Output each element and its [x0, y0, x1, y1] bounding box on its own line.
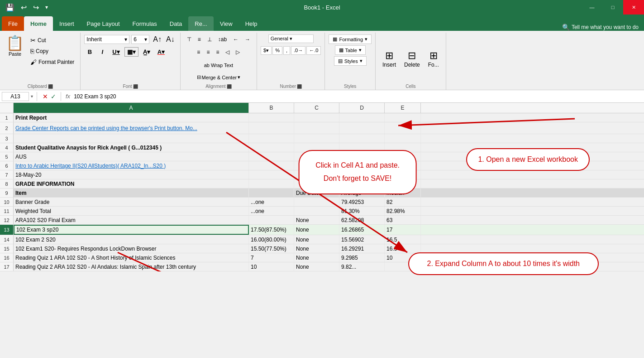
- cell-b14[interactable]: 16.00(80.00%): [249, 235, 294, 244]
- row-num-6[interactable]: 6: [0, 161, 14, 170]
- align-center-button[interactable]: ≡: [204, 47, 212, 57]
- cell-a1[interactable]: Print Report: [14, 113, 249, 122]
- cell-d12[interactable]: 62.58208: [339, 216, 385, 224]
- cell-a10[interactable]: Banner Grade: [14, 198, 249, 206]
- row-num-1[interactable]: 1: [0, 113, 14, 122]
- conditional-formatting-button[interactable]: ▦ Formatting ▾: [329, 34, 372, 44]
- shrink-font-button[interactable]: A↓: [164, 34, 177, 44]
- indent-button[interactable]: ▷: [233, 47, 243, 57]
- increase-decimal-button[interactable]: .0→: [291, 46, 305, 55]
- row-num-14[interactable]: 14: [0, 235, 14, 244]
- border-button[interactable]: ▦▾: [124, 47, 138, 57]
- cell-b17[interactable]: 10: [249, 262, 294, 271]
- row-num-15[interactable]: 15: [0, 244, 14, 253]
- cell-d14[interactable]: 15.56902: [339, 235, 385, 244]
- cell-b7[interactable]: [249, 170, 294, 179]
- cell-a14[interactable]: 102 Exam 2 S20: [14, 235, 249, 244]
- close-button[interactable]: ✕: [623, 0, 644, 15]
- tab-insert[interactable]: Insert: [53, 16, 81, 31]
- cell-a4[interactable]: Student Qualitative Anaysis for Rick Ang…: [14, 143, 249, 152]
- align-bottom-button[interactable]: ⊥: [205, 34, 215, 44]
- cell-a3[interactable]: [14, 134, 249, 143]
- font-color-button[interactable]: A▾: [155, 47, 167, 57]
- fill-color-button[interactable]: A̲▾: [140, 47, 153, 57]
- col-header-d[interactable]: D: [339, 103, 385, 113]
- cell-c1[interactable]: [294, 113, 339, 122]
- cell-b6[interactable]: [249, 161, 294, 170]
- cell-a5[interactable]: AUS: [14, 152, 249, 161]
- cell-e2[interactable]: [385, 122, 421, 134]
- tab-home[interactable]: Home: [24, 16, 53, 31]
- cell-b1[interactable]: [249, 113, 294, 122]
- row-num-3[interactable]: 3: [0, 134, 14, 143]
- col-header-b[interactable]: B: [249, 103, 294, 113]
- outdent-button[interactable]: ◁: [223, 47, 232, 57]
- align-left-button[interactable]: ≡: [194, 47, 203, 57]
- wrap-text-button[interactable]: ab Wrap Text: [201, 61, 236, 70]
- tab-page-layout[interactable]: Page Layout: [81, 16, 126, 31]
- name-box-arrow[interactable]: ▾: [31, 94, 33, 99]
- cell-e11[interactable]: 82.98%: [385, 207, 421, 215]
- more-icon[interactable]: ▾: [43, 3, 50, 11]
- cut-button[interactable]: ✂ Cut: [28, 35, 76, 45]
- cell-a17[interactable]: Reading Quiz 2 ARA 102 S20 - Al Andalus:…: [14, 262, 249, 271]
- clipboard-expand-icon[interactable]: ⬛: [48, 84, 53, 89]
- cell-c2[interactable]: [294, 122, 339, 134]
- save-icon[interactable]: 💾: [4, 2, 16, 13]
- maximize-button[interactable]: □: [602, 0, 623, 15]
- cell-c3[interactable]: [294, 134, 339, 143]
- cell-b4[interactable]: [249, 143, 294, 152]
- row-num-2[interactable]: 2: [0, 122, 14, 134]
- row-num-10[interactable]: 10: [0, 198, 14, 206]
- merge-center-button[interactable]: ⊟ Merge & Center ▾: [194, 73, 244, 82]
- cell-a9[interactable]: Item: [14, 189, 249, 197]
- cell-d11[interactable]: 81.30%: [339, 207, 385, 215]
- cell-c14[interactable]: None: [294, 235, 339, 244]
- italic-button[interactable]: I: [97, 47, 108, 57]
- align-middle-button[interactable]: ≡: [195, 34, 204, 44]
- cell-d10[interactable]: 79.49253: [339, 198, 385, 206]
- cell-e14[interactable]: 16.5: [385, 235, 421, 244]
- decrease-decimal-button[interactable]: ←.0: [306, 46, 321, 55]
- format-painter-button[interactable]: 🖌 Format Painter: [28, 57, 76, 67]
- cell-b15[interactable]: 15.50(77.50%): [249, 244, 294, 253]
- row-num-16[interactable]: 16: [0, 253, 14, 262]
- row-num-13[interactable]: 13: [0, 225, 14, 235]
- minimize-button[interactable]: —: [582, 0, 602, 15]
- col-header-a[interactable]: A: [14, 103, 249, 113]
- cell-a16[interactable]: Reading Quiz 1 ARA 102 S20 - A Short His…: [14, 253, 249, 262]
- cell-a13[interactable]: 102 Exam 3 sp20: [14, 225, 249, 235]
- cell-e12[interactable]: 63: [385, 216, 421, 224]
- alignment-expand-icon[interactable]: ⬛: [227, 84, 232, 89]
- cell-a12[interactable]: ARA102 S20 Final Exam: [14, 216, 249, 224]
- row-num-17[interactable]: 17: [0, 262, 14, 271]
- row-num-8[interactable]: 8: [0, 179, 14, 188]
- font-size-dropdown[interactable]: 6 ▾: [131, 35, 149, 44]
- tab-help[interactable]: Help: [239, 16, 264, 31]
- confirm-formula-button[interactable]: ✓: [51, 93, 56, 100]
- cancel-formula-button[interactable]: ✕: [43, 93, 48, 100]
- align-right-button[interactable]: ≡: [213, 47, 222, 57]
- redo-icon[interactable]: ↪: [31, 2, 41, 13]
- undo-icon[interactable]: ↩: [19, 2, 29, 13]
- cell-c12[interactable]: None: [294, 216, 339, 224]
- format-button[interactable]: ⊞ Fo...: [425, 48, 442, 69]
- formula-content[interactable]: 102 Exam 3 sp20: [74, 93, 642, 100]
- cell-c17[interactable]: None: [294, 262, 339, 271]
- cell-b2[interactable]: [249, 122, 294, 134]
- delete-button[interactable]: ⊟ Delete: [401, 48, 423, 69]
- row-num-11[interactable]: 11: [0, 207, 14, 215]
- cell-e3[interactable]: [385, 134, 421, 143]
- underline-button[interactable]: U▾: [110, 47, 122, 57]
- text-direction-button[interactable]: ↕ab: [215, 34, 229, 44]
- cell-d17[interactable]: 9.82...: [339, 262, 385, 271]
- tell-me-label[interactable]: Tell me what you want to do: [572, 24, 639, 30]
- font-name-dropdown[interactable]: Inherit ▾: [84, 35, 129, 44]
- col-header-c[interactable]: C: [294, 103, 339, 113]
- cell-e15[interactable]: 16.5: [385, 244, 421, 253]
- cell-b9[interactable]: [249, 189, 294, 197]
- tab-file[interactable]: File: [2, 16, 24, 31]
- font-expand-icon[interactable]: ⬛: [133, 84, 138, 89]
- select-all-button[interactable]: [0, 103, 14, 113]
- cell-styles-button[interactable]: ▤ Styles ▾: [334, 56, 367, 66]
